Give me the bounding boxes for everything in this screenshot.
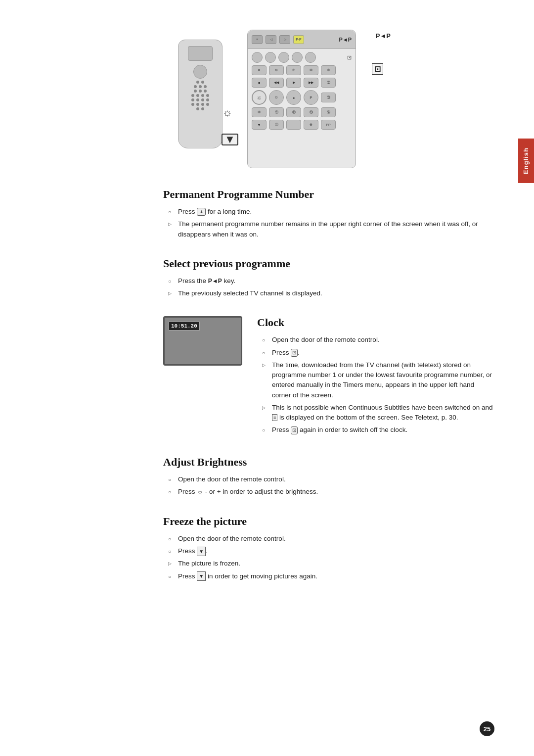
eq-icon-inline-2: ⊡ — [291, 426, 298, 434]
select-prev-bullet-2: The previously selected TV channel is di… — [168, 288, 494, 298]
clock-bullet-list: Open the door of the remote control. Pre… — [257, 335, 494, 435]
btn-r6-2: ⓪ — [269, 120, 284, 130]
btn-r3-4: ▶▶ — [304, 78, 318, 88]
btn-r5-1: ⑩ — [252, 107, 267, 117]
remote-small-dot-rows — [178, 81, 222, 110]
btn-row-2: ✕ ⊕ ⑦ ⑧ ⑩ — [252, 65, 352, 75]
freeze-bullet-list: Open the door of the remote control. Pre… — [163, 534, 494, 581]
top-btn-pip: P·P — [293, 35, 304, 44]
clock-image-area: 10:51.20 — [163, 316, 242, 366]
section-select-previous: Select previous programme Press the P◄P … — [163, 257, 494, 299]
btn-r1-3 — [278, 52, 289, 63]
btn-r2-2: ⊕ — [269, 65, 284, 75]
annot-eq: ⊡ — [372, 63, 383, 75]
freeze-bullet-2: Press ▼. — [168, 546, 494, 556]
clock-screen: 10:51.20 — [163, 316, 242, 366]
clock-content: Clock Open the door of the remote contro… — [257, 316, 494, 437]
annot-sun: ☼ — [222, 106, 232, 119]
eq-icon-inline: ⊡ — [291, 349, 298, 357]
btn-r3-1: ■ — [252, 78, 267, 88]
permanent-bullet-list: Press + for a long time. The permanent p… — [163, 207, 494, 239]
remote-rows: ⊡ ✕ ⊕ ⑦ ⑧ ⑩ ■ ◀◀ — [248, 49, 356, 133]
btn-r4-4: P — [304, 90, 318, 105]
btn-r3-5: ⑫ — [321, 78, 336, 88]
select-prev-bullet-1: Press the P◄P key. — [168, 276, 494, 286]
language-tab: English — [518, 139, 534, 183]
btn-r1-2 — [265, 52, 276, 63]
page-container: English — [0, 0, 534, 756]
section-freeze-picture: Freeze the picture Open the door of the … — [163, 515, 494, 581]
btn-r4-5: ⑬ — [321, 93, 336, 102]
clock-bullet-5: Press ⊡ again in order to switch off the… — [262, 425, 494, 435]
btn-r4-3: ● — [286, 90, 301, 105]
btn-sun: ☼ — [252, 90, 267, 105]
freeze-bullet-3: The picture is frozen. — [168, 559, 494, 568]
btn-row-1: ⊡ — [252, 52, 352, 63]
btn-r2-5: ⑩ — [321, 65, 336, 75]
clock-two-col: 10:51.20 Clock Open the door of the remo… — [163, 316, 494, 437]
section-title-brightness: Adjust Brightness — [163, 456, 494, 469]
btn-r6-1: ▼ — [252, 120, 267, 130]
freeze-bullet-1: Open the door of the remote control. — [168, 534, 494, 544]
btn-r1-1 — [252, 52, 263, 63]
content-sections: Permanent Programme Number Press + for a… — [163, 188, 494, 581]
top-btn-3: ▷ — [279, 35, 290, 44]
teletext-icon-inline: ≡ — [272, 414, 277, 421]
permanent-bullet-1: Press + for a long time. — [168, 207, 494, 217]
permanent-bullet-2: The permanent programme number remains i… — [168, 219, 494, 239]
clock-bullet-4: This is not possible when Continuous Sub… — [262, 403, 494, 423]
annot-pip: P◄P — [376, 32, 391, 40]
section-adjust-brightness: Adjust Brightness Open the door of the r… — [163, 456, 494, 497]
pip-key-inline: P◄P — [208, 277, 222, 285]
remote-large: ≡ ◁ ▷ P·P P◄P ⊡ — [247, 30, 356, 168]
brightness-bullet-2: Press ☼ - or + in order to adjust the br… — [168, 487, 494, 497]
top-btn-2: ◁ — [266, 35, 276, 44]
btn-r6-5: PP — [321, 120, 336, 130]
brightness-bullet-1: Open the door of the remote control. — [168, 474, 494, 484]
btn-r5-3: ⑫ — [286, 107, 301, 117]
eq-label: ⊡ — [347, 54, 352, 61]
brightness-bullet-list: Open the door of the remote control. Pre… — [163, 474, 494, 497]
btn-row-5: ⑩ ⑪ ⑫ ⑬ ⑭ — [252, 107, 352, 117]
remote-top-bar: ≡ ◁ ▷ P·P P◄P — [248, 30, 356, 49]
freeze-bullet-4: Press ▼ in order to get moving pictures … — [168, 571, 494, 581]
sun-icon-inline: ☼ — [197, 487, 203, 497]
section-title-select-previous: Select previous programme — [163, 257, 494, 270]
top-btn-1: ≡ — [252, 35, 263, 44]
section-permanent-programme: Permanent Programme Number Press + for a… — [163, 188, 494, 239]
btn-r2-1: ✕ — [252, 65, 267, 75]
freeze-icon-inline-2: ▼ — [197, 571, 206, 581]
section-title-clock: Clock — [257, 316, 494, 329]
plus-button-icon: + — [197, 208, 206, 216]
btn-row-4: ☼ ⊙ ● P ⑬ — [252, 90, 352, 105]
remote-large-wrapper: ≡ ◁ ▷ P·P P◄P ⊡ — [247, 30, 356, 168]
clock-bullet-1: Open the door of the remote control. — [262, 335, 494, 345]
page-number: 25 — [480, 721, 494, 736]
btn-r3-2: ◀◀ — [269, 78, 284, 88]
btn-r1-5 — [305, 52, 316, 63]
remote-small — [178, 40, 222, 148]
pip-label: P◄P — [339, 37, 352, 43]
btn-r3-3: ▶ — [286, 78, 301, 88]
btn-r4-2: ⊙ — [269, 90, 284, 105]
btn-r2-3: ⑦ — [286, 65, 301, 75]
section-clock: 10:51.20 Clock Open the door of the remo… — [163, 316, 494, 437]
btn-r2-4: ⑧ — [304, 65, 318, 75]
illustration-inner: ≡ ◁ ▷ P·P P◄P ⊡ — [178, 30, 356, 168]
clock-bullet-2: Press ⊡. — [262, 348, 494, 358]
section-title-permanent: Permanent Programme Number — [163, 188, 494, 201]
btn-r6-4: ⊕ — [304, 120, 318, 130]
btn-r5-5: ⑭ — [321, 107, 336, 117]
clock-time-display: 10:51.20 — [169, 322, 200, 331]
illustration-wrapper: ≡ ◁ ▷ P·P P◄P ⊡ — [40, 30, 494, 168]
select-previous-bullet-list: Press the P◄P key. The previously select… — [163, 276, 494, 299]
clock-bullet-3: The time, downloaded from the TV channel… — [262, 360, 494, 400]
btn-r1-4 — [292, 52, 303, 63]
btn-r5-4: ⑬ — [304, 107, 318, 117]
btn-r6-3 — [286, 120, 301, 130]
freeze-icon-inline: ▼ — [197, 547, 206, 556]
btn-r5-2: ⑪ — [269, 107, 284, 117]
remote-small-screen — [188, 46, 213, 61]
btn-row-6: ▼ ⓪ ⊕ PP — [252, 120, 352, 130]
annot-arrow-down: ▼ — [222, 134, 238, 145]
